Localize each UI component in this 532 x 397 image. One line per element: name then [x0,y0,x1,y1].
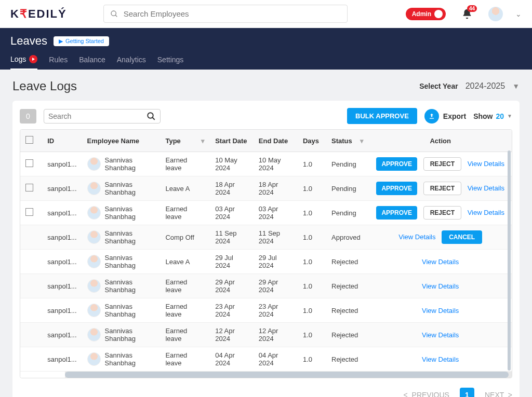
leave-logs-table: ID Employee Name Type▾ Start Date End Da… [20,130,512,372]
cell-days: 1.0 [298,298,326,323]
cell-end: 04 Apr 2024 [254,347,298,372]
cell-type: Earned leave [160,323,210,347]
checkbox-icon [25,184,33,191]
previous-button[interactable]: < PREVIOUS [404,391,449,397]
show-label: Show [473,112,493,120]
admin-toggle-icon [434,10,443,18]
avatar [87,182,101,195]
year-label: Select Year [419,82,458,90]
cell-days: 1.0 [298,323,326,347]
user-avatar[interactable] [488,7,503,21]
horizontal-scrollbar[interactable] [20,372,512,378]
cell-end: 11 Sep 2024 [254,225,298,250]
header-checkbox[interactable] [20,130,42,152]
cell-status: Pending [326,176,369,201]
play-icon [29,55,37,63]
cell-start: 18 Apr 2024 [210,176,254,201]
row-checkbox[interactable] [20,152,42,176]
svg-point-2 [148,113,153,118]
admin-badge[interactable]: Admin [406,8,446,20]
header-end[interactable]: End Date [254,130,298,152]
tab-rules[interactable]: Rules [49,51,68,70]
view-details-link[interactable]: View Details [422,331,459,339]
row-checkbox-empty [20,347,42,372]
tab-settings[interactable]: Settings [157,51,184,70]
tab-label: Analytics [117,56,146,64]
cell-status: Rejected [326,250,369,274]
approve-button[interactable]: APPROVE [376,157,417,171]
view-details-link[interactable]: View Details [422,307,459,314]
checkbox-icon [25,136,33,144]
nav-bar: Leaves ▶ Getting Started Logs Rules Bala… [0,28,532,70]
header-start[interactable]: Start Date [210,130,254,152]
table-row: sanpol1... Sannivas Shanbhag Leave A 18 … [20,176,512,201]
cancel-button[interactable]: CANCEL [442,230,482,244]
cell-start: 12 Apr 2024 [210,323,254,347]
table-search[interactable] [44,109,161,124]
avatar [87,304,101,317]
reject-button[interactable]: REJECT [423,182,461,195]
approve-button[interactable]: APPROVE [376,182,417,195]
cell-status: Rejected [326,274,369,298]
tab-analytics[interactable]: Analytics [117,51,146,70]
notifications-button[interactable]: 44 [461,8,473,20]
next-button[interactable]: NEXT > [485,391,512,397]
table-row: sanpol1... Sannivas Shanbhag Earned leav… [20,298,512,323]
row-checkbox[interactable] [20,201,42,225]
cell-start: 29 Jul 2024 [210,250,254,274]
cell-status: Approved [326,225,369,250]
header-days[interactable]: Days [298,130,326,152]
global-search-input[interactable] [124,9,341,18]
nav-tabs: Logs Rules Balance Analytics Settings [10,51,522,70]
approve-button[interactable]: APPROVE [376,206,417,220]
header-status[interactable]: Status▾ [326,130,369,152]
svg-line-1 [115,15,117,17]
checkbox-icon [25,159,33,167]
filter-icon[interactable]: ▾ [201,137,205,145]
admin-label: Admin [412,10,431,18]
reject-button[interactable]: REJECT [423,157,461,171]
year-selector[interactable]: Select Year 2024-2025 ▼ [419,81,520,91]
cell-start: 10 May 2024 [210,152,254,176]
filter-icon[interactable]: ▾ [360,137,364,145]
reject-button[interactable]: REJECT [423,206,461,220]
tab-label: Logs [10,55,26,63]
export-button[interactable]: Export [424,109,466,124]
user-menu-chevron-icon[interactable]: ⌄ [515,10,522,18]
tab-label: Balance [79,56,105,64]
cell-end: 23 Apr 2024 [254,298,298,323]
cell-id: sanpol1... [42,250,82,274]
cell-action: View Details [369,347,512,372]
tab-logs[interactable]: Logs [10,51,37,70]
cell-action: View Details [369,274,512,298]
cell-days: 1.0 [298,250,326,274]
show-selector[interactable]: Show 20 ▼ [473,112,512,120]
brand-logo[interactable]: K₹EDILÝ [10,7,67,21]
view-details-link[interactable]: View Details [398,233,435,241]
cell-action: View Details CANCEL [369,225,512,250]
view-details-link[interactable]: View Details [468,209,504,216]
cell-id: sanpol1... [42,323,82,347]
avatar [87,157,101,171]
view-details-link[interactable]: View Details [468,184,504,192]
header-type[interactable]: Type▾ [160,130,210,152]
page-current[interactable]: 1 [460,388,474,397]
view-details-link[interactable]: View Details [422,355,459,363]
header-id[interactable]: ID [42,130,82,152]
cell-status: Rejected [326,347,369,372]
table-search-input[interactable] [48,112,142,120]
getting-started-button[interactable]: ▶ Getting Started [54,36,109,46]
view-details-link[interactable]: View Details [468,160,504,168]
cell-end: 12 Apr 2024 [254,323,298,347]
global-search[interactable] [103,5,348,23]
tab-balance[interactable]: Balance [79,51,105,70]
header-employee[interactable]: Employee Name [82,130,161,152]
view-details-link[interactable]: View Details [422,282,459,290]
bulk-approve-button[interactable]: BULK APPROVE [347,108,417,124]
cell-days: 1.0 [298,176,326,201]
row-checkbox[interactable] [20,176,42,201]
vertical-scrollbar[interactable] [508,150,511,371]
view-details-link[interactable]: View Details [422,258,459,266]
show-value: 20 [496,112,504,120]
avatar [87,206,101,220]
